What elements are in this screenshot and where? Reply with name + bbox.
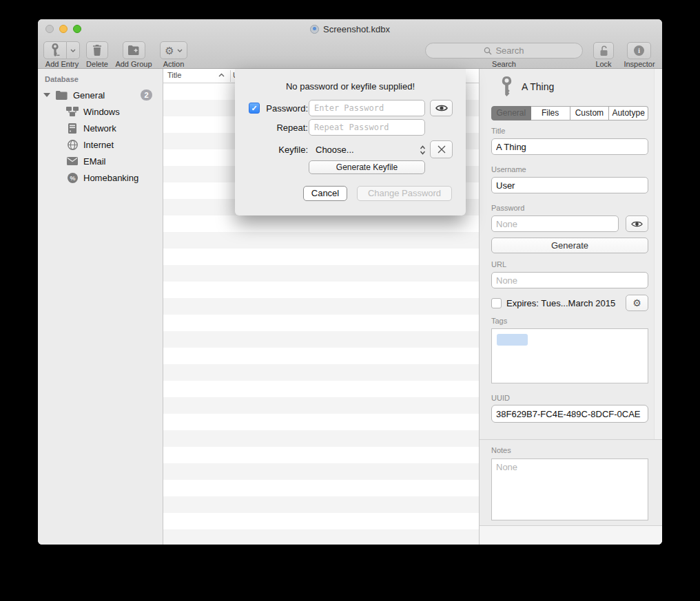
password-field-label: Password — [491, 204, 524, 212]
expires-row: Expires: Tues...March 2015 — [491, 295, 648, 311]
url-field[interactable] — [491, 272, 648, 288]
tags-box[interactable] — [491, 328, 648, 383]
percent-icon: % — [66, 173, 79, 183]
username-field[interactable] — [491, 177, 648, 193]
inspector-tabs: General Files Custom Autotype — [491, 106, 648, 120]
scrollbar-gutter[interactable] — [654, 69, 662, 439]
windows-icon — [66, 107, 79, 116]
sidebar-item-homebanking[interactable]: % Homebanking — [38, 169, 163, 186]
eye-icon — [631, 220, 643, 228]
add-entry-button[interactable] — [43, 41, 67, 59]
search-input[interactable]: Search — [425, 43, 583, 59]
close-x-icon — [438, 145, 446, 154]
reveal-password-button[interactable] — [430, 100, 453, 116]
sidebar-item-network[interactable]: Network — [38, 120, 163, 136]
svg-text:%: % — [70, 175, 75, 182]
reveal-password-button[interactable] — [626, 215, 648, 232]
keyfile-label: Keyfile: — [235, 145, 308, 155]
add-entry-label: Add Entry — [43, 60, 81, 68]
popup-chevrons-icon — [420, 145, 426, 155]
username-field-label: Username — [491, 165, 526, 173]
column-header-title[interactable]: Title — [167, 71, 181, 79]
folder-plus-icon — [128, 45, 140, 55]
change-password-button[interactable]: Change Password — [357, 186, 452, 201]
expires-label: Expires: Tues...March 2015 — [506, 298, 615, 308]
password-label: Password: — [235, 103, 308, 114]
inspector-footer — [480, 526, 662, 545]
gear-icon: ⚙ — [165, 45, 174, 56]
disclosure-triangle-icon[interactable] — [43, 93, 50, 97]
section-divider — [480, 439, 662, 440]
tag-token[interactable] — [497, 334, 528, 346]
window-chrome: Screenshot.kdbx Add Entry — [38, 19, 662, 69]
delete-button[interactable] — [86, 41, 108, 59]
envelope-icon — [66, 157, 79, 165]
sidebar-item-label: General — [73, 90, 105, 101]
chevron-down-icon — [177, 49, 183, 52]
clear-keyfile-button[interactable] — [430, 140, 453, 158]
sidebar-item-email[interactable]: EMail — [38, 153, 163, 169]
add-group-button[interactable] — [123, 41, 145, 59]
key-plus-icon — [50, 43, 60, 57]
lock-button[interactable] — [593, 42, 614, 59]
trash-icon — [92, 45, 102, 56]
tab-custom[interactable]: Custom — [570, 106, 610, 120]
gear-icon: ⚙ — [632, 298, 641, 308]
sidebar-item-label: Internet — [83, 140, 114, 150]
search-icon — [484, 47, 492, 55]
notes-field[interactable] — [491, 458, 648, 520]
repeat-input[interactable] — [309, 119, 425, 136]
eye-icon — [435, 104, 448, 112]
search-placeholder: Search — [495, 45, 524, 56]
password-input[interactable] — [309, 100, 425, 116]
entry-header: A Thing — [500, 76, 554, 98]
cancel-button[interactable]: Cancel — [303, 186, 347, 201]
inspector-button[interactable]: i — [627, 42, 651, 59]
title-field-label: Title — [491, 127, 505, 135]
inspector-panel: A Thing General Files Custom Autotype Ti… — [479, 69, 662, 545]
change-password-dialog: No password or keyfile supplied! ✓ Passw… — [235, 69, 466, 215]
keyfile-popup-value: Choose... — [316, 145, 354, 155]
toolbar: Add Entry Delete Add Group ⚙ — [38, 39, 662, 69]
uuid-label: UUID — [491, 394, 510, 402]
search-label: Search — [425, 60, 583, 68]
globe-icon — [66, 140, 79, 150]
dialog-message: No password or keyfile supplied! — [235, 81, 466, 92]
tab-general[interactable]: General — [491, 106, 531, 120]
keyfile-popup[interactable]: Choose... — [316, 142, 426, 158]
sidebar-item-label: EMail — [83, 156, 106, 167]
app-window: Screenshot.kdbx Add Entry — [38, 19, 662, 545]
sidebar-item-windows[interactable]: Windows — [38, 103, 163, 120]
window-title: Screenshot.kdbx — [323, 24, 390, 34]
inspector-label: Inspector — [617, 60, 662, 68]
sidebar-item-label: Homebanking — [83, 173, 138, 183]
title-field[interactable] — [491, 138, 648, 155]
entry-title: A Thing — [522, 81, 554, 92]
folder-icon — [55, 91, 68, 100]
sidebar-item-internet[interactable]: Internet — [38, 136, 163, 153]
uuid-field[interactable] — [491, 405, 648, 423]
sidebar-item-label: Network — [83, 123, 116, 134]
entry-count-badge: 2 — [141, 89, 152, 101]
sidebar-item-general[interactable]: General 2 — [38, 87, 163, 103]
password-field[interactable] — [491, 215, 619, 232]
tab-files[interactable]: Files — [531, 106, 570, 120]
expires-checkbox[interactable] — [491, 298, 502, 308]
titlebar[interactable]: Screenshot.kdbx — [38, 19, 662, 39]
info-icon: i — [634, 45, 644, 56]
document-icon — [310, 25, 319, 34]
generate-keyfile-button[interactable]: Generate Keyfile — [309, 160, 425, 174]
action-button[interactable]: ⚙ — [160, 41, 187, 59]
add-group-label: Add Group — [112, 60, 155, 68]
server-icon — [66, 123, 79, 134]
expires-settings-button[interactable]: ⚙ — [626, 295, 648, 311]
sidebar-section-header: Database — [45, 75, 79, 83]
add-entry-dropdown-button[interactable] — [67, 41, 80, 59]
url-field-label: URL — [491, 260, 506, 268]
sort-ascending-icon — [218, 73, 225, 77]
tab-autotype[interactable]: Autotype — [609, 106, 648, 120]
generate-password-button[interactable]: Generate — [491, 238, 648, 253]
column-divider[interactable] — [230, 70, 231, 82]
unlock-icon — [599, 45, 609, 56]
delete-label: Delete — [82, 60, 112, 68]
